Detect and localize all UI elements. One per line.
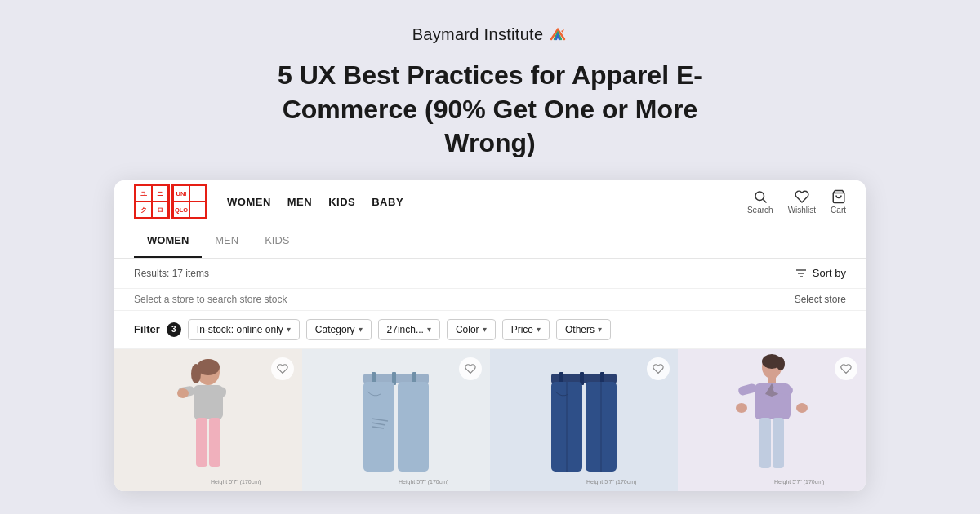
sub-nav-men[interactable]: MEN (202, 224, 252, 258)
filter-bar: Filter 3 In-stock: online only ▾ Categor… (114, 310, 866, 349)
filter-chip-instock[interactable]: In-stock: online only ▾ (188, 319, 300, 340)
brand-logo: Baymard Institute (412, 24, 568, 44)
filter-chip-category[interactable]: Category ▾ (306, 319, 372, 340)
uniqlo-logo: ユ ニ ク ロ UNI QLO (134, 184, 207, 219)
nav-item-women[interactable]: WOMEN (227, 196, 271, 208)
wishlist-button-1[interactable] (271, 357, 294, 380)
filter-chip-category-label: Category (315, 324, 355, 335)
nav-item-men[interactable]: MEN (287, 196, 312, 208)
results-bar: Results: 17 items Sort by (114, 259, 866, 288)
logo-cell-6 (189, 185, 206, 202)
chevron-down-icon: ▾ (427, 325, 431, 334)
chevron-down-icon: ▾ (359, 325, 363, 334)
store-search-input[interactable] (134, 294, 795, 305)
search-icon-btn[interactable]: Search (747, 189, 773, 215)
baymard-icon (548, 24, 568, 44)
uniqlo-header: ユ ニ ク ロ UNI QLO WOMEN MEN KIDS BABY (114, 180, 866, 224)
svg-text:Height 5'7" (170cm): Height 5'7" (170cm) (586, 479, 636, 485)
svg-rect-42 (768, 377, 776, 383)
wishlist-button-2[interactable] (459, 357, 482, 380)
nav-item-baby[interactable]: BABY (372, 196, 403, 208)
chevron-down-icon: ▾ (287, 325, 291, 334)
logo-cell-8 (189, 202, 206, 218)
chevron-down-icon: ▾ (483, 325, 487, 334)
filter-chip-instock-label: In-stock: online only (197, 324, 283, 335)
chevron-down-icon: ▾ (598, 325, 602, 334)
filter-chip-others[interactable]: Others ▾ (556, 319, 611, 340)
svg-rect-48 (760, 418, 771, 468)
heart-icon (795, 189, 809, 204)
svg-rect-49 (773, 418, 784, 468)
svg-point-46 (736, 403, 747, 413)
cart-label: Cart (831, 206, 846, 215)
filter-chip-size-label: 27inch... (387, 324, 424, 335)
product-card-2[interactable]: Height 5'7" (170cm) (302, 349, 490, 491)
logo-cell-1: ユ (136, 185, 152, 202)
header-icons: Search Wishlist Cart (747, 189, 846, 215)
heart-icon (277, 363, 288, 374)
search-icon (753, 189, 768, 204)
logo-cell-5: UNI (173, 185, 189, 202)
svg-text:Height 5'7" (170cm): Height 5'7" (170cm) (211, 479, 261, 485)
svg-rect-14 (196, 418, 207, 467)
filter-chip-others-label: Others (565, 324, 595, 335)
svg-text:Height 5'7" (170cm): Height 5'7" (170cm) (774, 479, 824, 485)
logo-cell-4: ロ (152, 202, 168, 218)
svg-point-41 (777, 357, 785, 370)
nav-item-kids[interactable]: KIDS (328, 196, 355, 208)
logo-cell-3: ク (136, 202, 152, 218)
product-card-4[interactable]: Height 5'7" (170cm) (678, 349, 866, 491)
filter-chip-price[interactable]: Price ▾ (502, 319, 550, 340)
svg-point-47 (796, 403, 808, 413)
search-label: Search (747, 206, 773, 215)
product-card-3[interactable]: Height 5'7" (170cm) (490, 349, 678, 491)
wishlist-label: Wishlist (788, 206, 816, 215)
filter-count-badge: 3 (167, 322, 181, 337)
svg-rect-23 (398, 382, 429, 472)
cart-icon-btn[interactable]: Cart (831, 189, 846, 215)
wishlist-button-4[interactable] (835, 357, 858, 380)
logo-cell-2: ニ (152, 185, 168, 202)
brand-name: Baymard Institute (412, 25, 544, 44)
page-title: 5 UX Best Practices for Apparel E-Commer… (253, 59, 727, 161)
product-grid: Height 5'7" (170cm) (114, 349, 866, 491)
sub-nav: WOMEN MEN KIDS (114, 224, 866, 259)
svg-point-0 (755, 192, 764, 201)
cart-icon (831, 189, 846, 204)
chevron-down-icon: ▾ (537, 325, 541, 334)
sort-label: Sort by (813, 267, 846, 279)
heart-icon (465, 363, 476, 374)
uniqlo-nav: WOMEN MEN KIDS BABY (227, 196, 747, 208)
product-card-1[interactable]: Height 5'7" (170cm) (114, 349, 302, 491)
filter-chip-size[interactable]: 27inch... ▾ (378, 319, 440, 340)
sort-button[interactable]: Sort by (795, 267, 846, 280)
heart-icon (653, 363, 664, 374)
header-section: Baymard Institute 5 UX Best Practices fo… (0, 24, 980, 161)
svg-point-13 (177, 388, 189, 398)
results-count: Results: 17 items (134, 268, 209, 279)
svg-line-1 (763, 199, 766, 202)
svg-rect-12 (208, 386, 227, 397)
browser-window: ユ ニ ク ロ UNI QLO WOMEN MEN KIDS BABY (114, 180, 866, 491)
sort-icon (795, 267, 808, 280)
select-store-link[interactable]: Select store (795, 294, 846, 305)
filter-chip-color[interactable]: Color ▾ (447, 319, 496, 340)
sub-nav-women[interactable]: WOMEN (134, 224, 202, 258)
sub-nav-kids[interactable]: KIDS (252, 224, 302, 258)
filter-chip-price-label: Price (511, 324, 533, 335)
store-search-bar: Select store (114, 288, 866, 310)
wishlist-icon-btn[interactable]: Wishlist (788, 189, 816, 215)
wishlist-button-3[interactable] (647, 357, 670, 380)
svg-point-9 (191, 364, 201, 383)
heart-icon (840, 363, 852, 374)
svg-rect-15 (209, 418, 220, 467)
filter-chip-color-label: Color (456, 324, 479, 335)
svg-text:Height 5'7" (170cm): Height 5'7" (170cm) (399, 479, 448, 485)
filter-label[interactable]: Filter (134, 323, 160, 335)
logo-cell-7: QLO (173, 202, 189, 218)
